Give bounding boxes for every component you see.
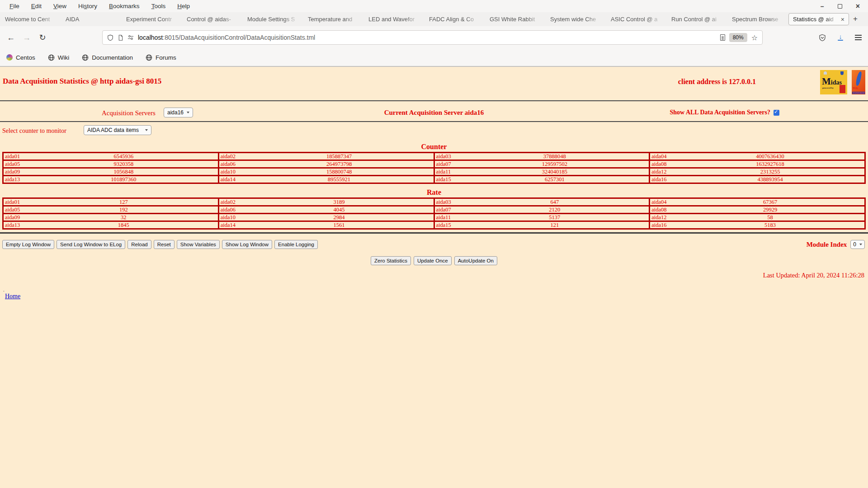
rate-value: 127 <box>29 199 218 205</box>
menu-tools[interactable]: Tools <box>146 1 172 11</box>
browser-tab[interactable]: Spectrum Browse × <box>728 12 788 26</box>
log-buttons-row: Empty Log WindowSend Log Window to ELogR… <box>2 240 868 251</box>
menu-file[interactable]: File <box>4 1 25 11</box>
menu-help[interactable]: Help <box>171 1 196 11</box>
menu-history[interactable]: History <box>72 1 103 11</box>
rate-value: 29929 <box>676 206 864 213</box>
server-label: aida14 <box>221 222 236 228</box>
page-title: Data Acquisition Statistics @ http aidas… <box>3 77 161 86</box>
maximize-icon[interactable] <box>838 4 842 9</box>
client-address-text: client address is 127.0.0.1 <box>678 78 756 86</box>
browser-tab[interactable]: Experiment Contr × <box>122 12 183 26</box>
module-index-label: Module Index <box>807 241 847 249</box>
bookmark-star-icon[interactable]: ☆ <box>751 33 758 42</box>
reader-view-icon[interactable] <box>720 34 725 41</box>
module-index-select[interactable]: 0 <box>850 240 865 249</box>
server-label: aida01 <box>5 199 20 205</box>
server-label: aida13 <box>5 222 20 228</box>
menu-view[interactable]: View <box>47 1 72 11</box>
back-icon[interactable]: ← <box>6 33 15 42</box>
table-row: aida01127 aida023189 aida03647 aida04673… <box>3 198 865 206</box>
menu-bookmarks[interactable]: Bookmarks <box>103 1 146 11</box>
bookmark-wiki[interactable]: Wiki <box>48 54 70 61</box>
browser-tab[interactable]: GSI White Rabbit × <box>486 12 546 26</box>
table-row: aida091056848 aida10158800748 aida113240… <box>3 168 865 176</box>
menu-edit[interactable]: Edit <box>25 1 47 11</box>
reload-icon[interactable]: ↻ <box>38 33 47 42</box>
log-button[interactable]: Enable Logging <box>274 240 318 249</box>
midas-emblem-icon <box>840 71 844 75</box>
browser-tab[interactable]: Module Settings S × <box>243 12 304 26</box>
counter-value: 158800748 <box>245 169 434 175</box>
zoom-level-badge[interactable]: 80% <box>729 33 747 42</box>
counter-value: 264973798 <box>245 161 434 167</box>
tab-close-icon[interactable]: × <box>841 16 844 23</box>
browser-tab[interactable]: LED and Wavefor × <box>364 12 425 26</box>
browser-tab[interactable]: FADC Align & Co × <box>425 12 486 26</box>
bookmark-documentation[interactable]: Documentation <box>82 54 133 61</box>
forward-icon[interactable]: → <box>22 33 31 42</box>
downloads-icon[interactable]: ←☆↓ <box>838 34 843 41</box>
account-shield-icon[interactable] <box>819 34 826 42</box>
browser-tab[interactable]: Welcome to Cent × <box>1 12 61 26</box>
rate-value: 121 <box>460 222 649 228</box>
update-buttons-row: Zero StatisticsUpdate OnceAutoUpdate On <box>0 256 868 265</box>
page-info-icon[interactable] <box>118 34 123 41</box>
permissions-shield-icon[interactable] <box>107 34 113 41</box>
server-label: aida04 <box>651 153 666 160</box>
browser-tab[interactable]: ASIC Control @ a × <box>607 12 667 26</box>
minimize-icon[interactable]: – <box>821 3 824 10</box>
tcl-powered-logo[interactable]: TCL POWERED <box>852 70 865 94</box>
bookmark-centos[interactable]: Centos <box>6 54 35 61</box>
url-bar[interactable]: localhost:8015/DataAcquisitionControl/Da… <box>102 30 763 45</box>
chevron-down-icon <box>859 244 862 245</box>
close-icon[interactable]: × <box>856 2 860 10</box>
table-row: aida016545936 aida02185887347 aida033788… <box>3 153 865 160</box>
log-button[interactable]: Reset <box>154 240 175 249</box>
log-button[interactable]: Show Variables <box>177 240 220 249</box>
tab-label: AIDA <box>66 16 118 23</box>
connection-icon[interactable] <box>127 34 134 41</box>
log-button[interactable]: Empty Log Window <box>2 240 54 249</box>
show-all-checkbox[interactable]: ✓ <box>774 110 779 116</box>
page-header: Data Acquisition Statistics @ http aidas… <box>0 67 868 90</box>
log-button[interactable]: Reload <box>127 240 151 249</box>
server-label: aida04 <box>651 199 666 205</box>
log-button-group: Empty Log WindowSend Log Window to ELogR… <box>2 240 868 249</box>
acquisition-server-select[interactable]: aida16 <box>164 108 193 117</box>
acquisition-servers-row: Acquisition Servers aida16 Current Acqui… <box>0 106 868 121</box>
browser-tab[interactable]: Temperature and × <box>304 12 364 26</box>
stray-dot: . <box>3 287 868 292</box>
log-button[interactable]: Show Log Window <box>222 240 272 249</box>
bookmark-forums[interactable]: Forums <box>146 54 176 61</box>
log-button[interactable]: Send Log Window to ELog <box>57 240 125 249</box>
home-link[interactable]: Home <box>5 293 20 300</box>
divider <box>0 100 868 101</box>
counter-table: aida016545936 aida02185887347 aida033788… <box>2 152 866 184</box>
counter-value: 9320358 <box>29 161 218 167</box>
rate-value: 3189 <box>245 199 434 205</box>
browser-tab[interactable]: Statistics @ aid × <box>788 13 849 25</box>
divider <box>0 232 868 234</box>
new-tab-button[interactable]: + <box>849 13 862 25</box>
midas-logo[interactable]: Midas powered by <box>820 70 847 94</box>
browser-tab[interactable]: Run Control @ ai × <box>667 12 728 26</box>
browser-tab[interactable]: Control @ aidas- × <box>183 12 243 26</box>
browser-tab[interactable]: System wide Che × <box>546 12 607 26</box>
tab-label: GSI White Rabbit <box>490 16 542 23</box>
server-label: aida16 <box>651 176 666 183</box>
tab-label: Spectrum Browse <box>732 16 784 23</box>
browser-tab[interactable]: AIDA × <box>61 12 122 26</box>
url-input[interactable]: localhost:8015/DataAcquisitionControl/Da… <box>138 34 716 41</box>
counter-monitor-select[interactable]: AIDA ADC data items <box>84 125 151 135</box>
update-button[interactable]: AutoUpdate On <box>454 256 497 265</box>
rate-value: 4045 <box>245 206 434 213</box>
rate-value: 192 <box>29 206 218 213</box>
hamburger-menu-icon[interactable] <box>855 35 862 40</box>
update-button[interactable]: Update Once <box>414 256 452 265</box>
server-label: aida06 <box>221 206 236 213</box>
acquisition-servers-label: Acquisition Servers <box>102 109 156 117</box>
rate-value: 647 <box>460 199 649 205</box>
server-label: aida11 <box>436 169 451 175</box>
update-button[interactable]: Zero Statistics <box>371 256 411 265</box>
